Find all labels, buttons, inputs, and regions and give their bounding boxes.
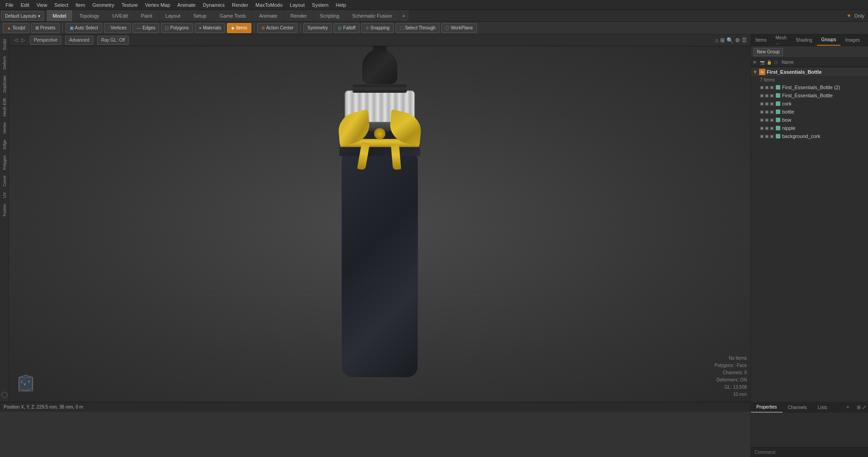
presets-button[interactable]: ⊞ Presets	[31, 23, 60, 33]
prop-tab-channels[interactable]: Channels	[783, 402, 812, 413]
scene-tree[interactable]: ▼ G First_Essentials_Bottle 7 Items ▣ ▣ …	[751, 67, 868, 402]
new-group-button[interactable]: New Group	[754, 48, 783, 56]
tab-setup[interactable]: Setup	[187, 10, 213, 21]
tab-scripting[interactable]: Scripting	[314, 10, 346, 21]
col-eye-icon: 👁	[753, 60, 759, 65]
viewport-icon-gear[interactable]: ⚙	[735, 37, 740, 43]
viewport-icon-search[interactable]: 🔍	[726, 37, 733, 43]
prop-tab-add[interactable]: +	[843, 402, 853, 413]
menu-view[interactable]: View	[33, 1, 51, 9]
tree-item-1[interactable]: ▣ ▣ ▣ First_Essentials_Bottle	[751, 91, 868, 100]
layout-dropdown[interactable]: Default Layouts ▾	[1, 11, 44, 21]
panel-resize-icon[interactable]: ⊞	[857, 405, 861, 410]
tab-add[interactable]: +	[399, 10, 409, 21]
panel-tab-shading[interactable]: Shading	[791, 34, 817, 46]
menu-select[interactable]: Select	[51, 1, 72, 9]
polygons-button[interactable]: ◻ Polygons	[161, 23, 193, 33]
prop-tab-properties[interactable]: Properties	[751, 402, 783, 413]
tab-animate[interactable]: Animate	[253, 10, 283, 21]
star-icon[interactable]: ★	[847, 13, 851, 19]
sidebar-tab-polygon[interactable]: Polygon	[1, 152, 8, 173]
tab-render[interactable]: Render	[284, 10, 313, 21]
sidebar-tab-fusion[interactable]: Fusion	[1, 201, 8, 219]
tree-item-2[interactable]: ▣ ▣ ▣ cork	[751, 100, 868, 108]
materials-button[interactable]: ● Materials	[195, 23, 226, 33]
tab-game-tools[interactable]: Game Tools	[213, 10, 253, 21]
tree-item-6[interactable]: ▣ ▣ ▣ background_cork	[751, 132, 868, 140]
tree-item-3[interactable]: ▣ ▣ ▣ bottle	[751, 108, 868, 116]
vertices-button[interactable]: · Vertices	[104, 23, 131, 33]
menu-texture[interactable]: Texture	[118, 1, 142, 9]
viewport-icon-home[interactable]: ⌂	[715, 37, 718, 43]
falloff-button[interactable]: ◎ Falloff	[334, 23, 359, 33]
menu-file[interactable]: File	[2, 1, 17, 9]
auto-select-button[interactable]: ▣ Auto Select	[66, 23, 102, 33]
tab-uvedit[interactable]: UVEdit	[106, 10, 134, 21]
menu-help[interactable]: Help	[332, 1, 350, 9]
menu-render[interactable]: Render	[228, 1, 252, 9]
sidebar-tab-edge[interactable]: Edge	[1, 137, 8, 152]
panel-tab-images[interactable]: Images	[840, 34, 864, 46]
tree-root-group[interactable]: ▼ G First_Essentials_Bottle	[751, 68, 868, 76]
menu-dynamics[interactable]: Dynamics	[199, 1, 228, 9]
item-color-0	[776, 85, 780, 90]
channels-label: Channels: 0	[714, 369, 747, 376]
command-input[interactable]	[755, 450, 864, 455]
item-render-4: ▣	[765, 118, 769, 122]
panel-expand-icon[interactable]: ⤢	[862, 405, 866, 410]
panel-tab-groups[interactable]: Groups	[817, 34, 841, 46]
sidebar-tab-duplicate[interactable]: Duplicate	[1, 73, 8, 95]
viewport-nav-next[interactable]: ▷	[20, 37, 26, 43]
tab-layout[interactable]: Layout	[159, 10, 187, 21]
presets-icon: ⊞	[35, 25, 39, 30]
viewport-icon-expand[interactable]: ⊞	[720, 37, 725, 43]
panel-tab-add[interactable]: +	[864, 34, 868, 46]
menu-edit[interactable]: Edit	[17, 1, 33, 9]
menu-maxtomode[interactable]: MaxToModo	[252, 1, 286, 9]
sidebar-tab-curve[interactable]: Curve	[1, 173, 8, 189]
sidebar-tab-uv[interactable]: UV	[1, 190, 8, 201]
panel-tab-items[interactable]: Items	[751, 34, 771, 46]
item-vis-0: ▣	[760, 85, 764, 90]
item-lock-1: ▣	[770, 93, 774, 98]
viewport-advanced-btn[interactable]: Advanced	[65, 36, 93, 45]
items-button[interactable]: ◈ Items	[227, 23, 251, 33]
sculpt-button[interactable]: ▲ Sculpt	[3, 23, 29, 33]
viewport-nav-prev[interactable]: ◁	[13, 37, 19, 43]
menu-system[interactable]: System	[308, 1, 332, 9]
tree-item-4[interactable]: ▣ ▣ ▣ bow	[751, 116, 868, 124]
menu-item[interactable]: Item	[72, 1, 89, 9]
workplane-button[interactable]: ⬡ WorkPlane	[441, 23, 477, 33]
tab-model[interactable]: Model	[47, 10, 73, 21]
sidebar-tab-vertex[interactable]: Vertex	[1, 119, 8, 137]
symmetry-button[interactable]: Symmetry	[303, 23, 332, 33]
polygons-icon: ◻	[165, 25, 169, 30]
viewport[interactable]: ◁ ▷ Perspective Advanced Ray GL: Off ⌂ ⊞…	[9, 34, 750, 402]
sidebar-tab-mesh-edit[interactable]: Mesh Edit	[1, 95, 8, 119]
action-center-button[interactable]: ⊕ Action Center	[257, 23, 298, 33]
sidebar-tab-sculpt[interactable]: Sculpt	[1, 36, 8, 53]
tab-topology[interactable]: Topology	[73, 10, 105, 21]
viewport-raygl-btn[interactable]: Ray GL: Off	[97, 36, 129, 45]
menu-animate[interactable]: Animate	[174, 1, 199, 9]
tab-paint[interactable]: Paint	[135, 10, 159, 21]
edges-button[interactable]: — Edges	[132, 23, 159, 33]
tree-item-5[interactable]: ▣ ▣ ▣ nipple	[751, 124, 868, 132]
sidebar-circle-button[interactable]	[1, 392, 8, 398]
menu-geometry[interactable]: Geometry	[89, 1, 118, 9]
panel-tab-mesh[interactable]: Mesh ...	[771, 34, 791, 46]
snapping-button[interactable]: ⊹ Snapping	[361, 23, 393, 33]
tab-schematic-fusion[interactable]: Schematic Fusion	[346, 10, 398, 21]
item-color-2	[776, 101, 780, 106]
select-through-button[interactable]: ⬚ Select Through	[396, 23, 440, 33]
prop-tab-lists[interactable]: Lists	[812, 402, 833, 413]
menu-vertex-map[interactable]: Vertex Map	[142, 1, 174, 9]
viewport-canvas[interactable]: No Items Polygons : Face Channels: 0 Def…	[9, 46, 750, 402]
gl-label: GL: 13,508	[714, 384, 747, 391]
viewport-perspective-btn[interactable]: Perspective	[30, 36, 61, 45]
sidebar-tab-deform[interactable]: Deform	[1, 53, 8, 72]
viewport-icon-menu[interactable]: ☰	[742, 37, 747, 43]
panel-tabs: Items Mesh ... Shading Groups Images +	[751, 34, 868, 46]
tree-item-0[interactable]: ▣ ▣ ▣ First_Essentials_Bottle (2)	[751, 83, 868, 91]
menu-layout[interactable]: Layout	[286, 1, 308, 9]
